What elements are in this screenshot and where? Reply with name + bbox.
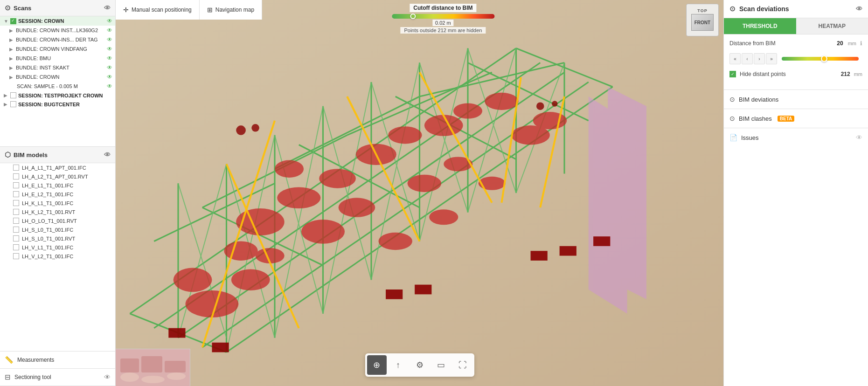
bim-file-label: LH_S_L0_T1_001.IFC [22, 227, 73, 233]
scan-icon: ⊙ [5, 4, 11, 12]
session-testprojekt[interactable]: ▶ SESSION: TESTPROJEKT CROWN [0, 91, 115, 100]
svg-rect-85 [141, 356, 162, 372]
issues-section[interactable]: 📄 Issues 👁 [724, 128, 868, 147]
navigation-arrows: « ‹ › » [729, 53, 862, 64]
minimap-image [116, 349, 190, 386]
bim-deviations-icon: ⊙ [729, 96, 735, 103]
bundle-bmu[interactable]: ▶ BUNDLE: BMU 👁 [0, 54, 115, 63]
bundle-eye[interactable]: 👁 [107, 27, 112, 34]
bim-file-10[interactable]: LH_V_L1_T1_001.IFC [0, 243, 115, 252]
svg-rect-73 [212, 343, 229, 352]
bim-file-8[interactable]: LH_S_L0_T1_001.IFC [0, 225, 115, 234]
bundle-label: BUNDLE: CROWN-INS... DER TAG [16, 37, 98, 42]
issues-label: Issues [741, 134, 759, 141]
hide-distant-checkbox[interactable] [729, 71, 736, 77]
svg-point-81 [536, 102, 544, 110]
svg-point-52 [186, 290, 239, 317]
nav-first-btn[interactable]: « [729, 53, 741, 64]
bim-models-label: BIM models [14, 152, 48, 159]
bim-checkbox[interactable] [13, 200, 19, 206]
bundle-crown-ins-der[interactable]: ▶ BUNDLE: CROWN-INS... DER TAG 👁 [0, 35, 115, 44]
building-3d-view [116, 0, 723, 386]
hide-unit: mm [854, 71, 862, 77]
bim-checkbox[interactable] [13, 182, 19, 188]
bundle-eye[interactable]: 👁 [107, 64, 112, 71]
bim-file-label: LH_E_L2_T1_001.IFC [22, 192, 73, 197]
bundle-inst-skakt[interactable]: ▶ BUNDLE: INST SKAKT 👁 [0, 63, 115, 72]
nav-prev-btn[interactable]: ‹ [742, 53, 753, 64]
cutoff-slider[interactable] [392, 14, 494, 19]
session-crown-eye[interactable]: 👁 [107, 18, 112, 24]
bim-checkbox[interactable] [13, 244, 19, 250]
scan-deviations-eye[interactable]: 👁 [856, 5, 862, 13]
bim-eye-icon[interactable]: 👁 [104, 151, 111, 159]
bim-checkbox[interactable] [13, 165, 19, 171]
session-bugtcenter-checkbox[interactable] [10, 101, 16, 107]
bim-checkbox[interactable] [13, 218, 19, 224]
bundle-label: BUNDLE: CROWN VINDFANG [16, 46, 87, 52]
bundle-crown-vindfang[interactable]: ▶ BUNDLE: CROWN VINDFANG 👁 [0, 44, 115, 54]
bim-file-4[interactable]: LH_E_L2_T1_001.IFC [0, 190, 115, 199]
measurements-tool[interactable]: 📏 Measurements [0, 352, 115, 369]
issues-visibility-icon[interactable]: 👁 [856, 134, 862, 141]
manual-scan-button[interactable]: ✛ Manual scan positioning [116, 0, 200, 20]
svg-point-48 [388, 126, 422, 144]
bim-file-11[interactable]: LH_V_L2_T1_001.IFC [0, 252, 115, 261]
sectioning-tool[interactable]: ⊟ Sectioning tool 👁 [0, 369, 115, 386]
bundle-crown[interactable]: ▶ BUNDLE: CROWN 👁 [0, 72, 115, 82]
info-icon[interactable]: ℹ [860, 40, 862, 47]
settings-btn[interactable]: ⚙ [410, 355, 430, 375]
bundle-crown-inst[interactable]: ▶ BUNDLE: CROWN INST...LK360G2 👁 [0, 26, 115, 35]
session-crown-checkbox[interactable] [10, 18, 16, 24]
session-crown[interactable]: ▼ SESSION: CROWN 👁 [0, 16, 115, 26]
bim-file-3[interactable]: LH_E_L1_T1_001.IFC [0, 181, 115, 190]
bundle-label: BUNDLE: INST SKAKT [16, 65, 69, 70]
bim-file-6[interactable]: LH_K_L2_T1_001.RVT [0, 207, 115, 216]
nav-last-btn[interactable]: » [766, 53, 777, 64]
bim-files-list: LH_A_L1_T1_APT_001.IFC LH_A_L2_T1_APT_00… [0, 163, 115, 352]
bim-checkbox[interactable] [13, 173, 19, 179]
bim-file-5[interactable]: LH_K_L1_T1_001.IFC [0, 199, 115, 207]
bim-deviations-section[interactable]: ⊙ BIM deviations [724, 90, 868, 109]
scan-sample[interactable]: SCAN: SAMPLE - 0.005 M 👁 [0, 82, 115, 91]
svg-point-51 [485, 93, 518, 110]
bim-file-label: LH_V_L2_T1_001.IFC [22, 254, 73, 259]
session-bugtcenter[interactable]: ▶ SESSION: BUGTCENTER [0, 100, 115, 109]
nav-next-btn[interactable]: › [754, 53, 765, 64]
tab-heatmap[interactable]: HEATMAP [796, 18, 868, 34]
bim-checkbox[interactable] [13, 191, 19, 197]
bim-file-label: LH_V_L1_T1_001.IFC [22, 245, 73, 250]
bim-file-1[interactable]: LH_A_L1_T1_APT_001.IFC [0, 163, 115, 172]
view-cube-container[interactable]: TOP FRONT [686, 4, 719, 36]
bim-file-7[interactable]: LH_O_LO_T1_001.RVT [0, 216, 115, 225]
sectioning-eye-icon[interactable]: 👁 [104, 373, 111, 381]
navigation-map-button[interactable]: ⊞ Navigation map [200, 0, 262, 20]
bim-checkbox[interactable] [13, 209, 19, 215]
scans-eye-icon[interactable]: 👁 [104, 4, 111, 12]
fullscreen-btn[interactable]: ⛶ [453, 355, 472, 375]
bundle-eye[interactable]: 👁 [107, 74, 112, 80]
navigate-btn[interactable]: ⊕ [367, 355, 387, 375]
walk-btn[interactable]: ↑ [389, 355, 408, 375]
screen-btn[interactable]: ▭ [431, 355, 451, 375]
bim-checkbox[interactable] [13, 235, 19, 241]
issues-icon: 📄 [729, 134, 737, 141]
scan-eye[interactable]: 👁 [107, 83, 112, 90]
session-testprojekt-checkbox[interactable] [10, 92, 16, 98]
bim-file-2[interactable]: LH_A_L2_T1_APT_001.RVT [0, 172, 115, 181]
svg-point-80 [251, 124, 259, 132]
bim-clashes-section[interactable]: ⊙ BIM clashes BETA [724, 109, 868, 128]
bim-checkbox[interactable] [13, 253, 19, 259]
bim-file-label: LH_E_L1_T1_001.IFC [22, 183, 73, 188]
left-panel: ⊙ Scans 👁 ▼ SESSION: CROWN 👁 ▶ BUNDLE: C… [0, 0, 116, 386]
deviation-slider[interactable] [782, 57, 859, 61]
bundle-eye[interactable]: 👁 [107, 55, 112, 62]
svg-rect-84 [120, 358, 139, 372]
bim-file-9[interactable]: LH_S_L0_T1_001.RVT [0, 234, 115, 243]
tab-threshold[interactable]: THRESHOLD [724, 18, 796, 34]
navigation-label: Navigation map [215, 7, 254, 13]
bim-checkbox[interactable] [13, 227, 19, 233]
bundle-eye[interactable]: 👁 [107, 36, 112, 43]
arrow-icon: ▶ [9, 65, 14, 70]
bundle-eye[interactable]: 👁 [107, 46, 112, 52]
